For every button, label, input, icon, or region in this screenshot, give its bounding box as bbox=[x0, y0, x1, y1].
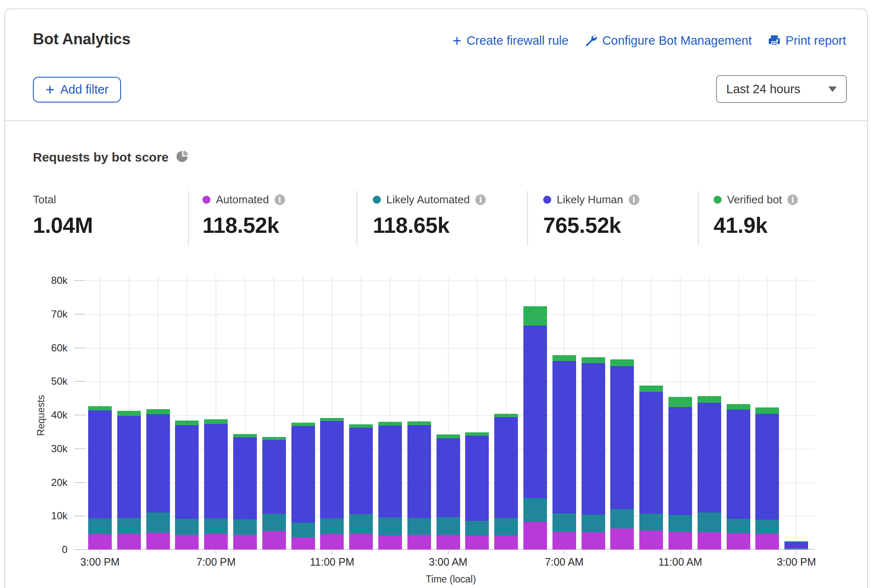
bar-segment[interactable] bbox=[610, 509, 634, 529]
bar-segment[interactable] bbox=[233, 535, 257, 550]
bar-segment[interactable] bbox=[146, 414, 170, 513]
bar-segment[interactable] bbox=[668, 515, 692, 532]
bar-segment[interactable] bbox=[582, 357, 605, 363]
bar-segment[interactable] bbox=[88, 534, 112, 550]
bar-segment[interactable] bbox=[117, 518, 141, 534]
bar-segment[interactable] bbox=[523, 522, 547, 550]
bar-segment[interactable] bbox=[146, 533, 170, 550]
bar-segment[interactable] bbox=[320, 534, 344, 550]
bar-segment[interactable] bbox=[204, 518, 228, 534]
bar-segment[interactable] bbox=[698, 532, 721, 550]
bar-segment[interactable] bbox=[552, 355, 576, 361]
bar-segment[interactable] bbox=[727, 410, 750, 518]
bar-segment[interactable] bbox=[117, 534, 141, 550]
bar-segment[interactable] bbox=[233, 437, 257, 520]
bar-segment[interactable] bbox=[610, 366, 634, 509]
bar-segment[interactable] bbox=[755, 414, 779, 520]
bar-segment[interactable] bbox=[407, 535, 431, 550]
bar-segment[interactable] bbox=[639, 531, 663, 550]
info-icon[interactable]: i bbox=[475, 194, 486, 205]
bar-segment[interactable] bbox=[582, 363, 605, 515]
bar-segment[interactable] bbox=[407, 421, 431, 425]
bar-segment[interactable] bbox=[436, 535, 460, 550]
bar-segment[interactable] bbox=[407, 518, 431, 535]
bar-segment[interactable] bbox=[465, 536, 489, 550]
bar-segment[interactable] bbox=[610, 359, 634, 366]
bar-segment[interactable] bbox=[262, 440, 286, 514]
bar-segment[interactable] bbox=[436, 434, 460, 438]
bar-segment[interactable] bbox=[378, 426, 402, 518]
bar-segment[interactable] bbox=[262, 531, 286, 550]
bar-segment[interactable] bbox=[117, 416, 141, 518]
print-report-link[interactable]: Print report bbox=[768, 34, 846, 48]
bar-segment[interactable] bbox=[233, 519, 257, 535]
bar-segment[interactable] bbox=[291, 537, 315, 550]
bar-segment[interactable] bbox=[320, 518, 344, 534]
info-icon[interactable]: i bbox=[275, 194, 285, 205]
bar-segment[interactable] bbox=[320, 418, 344, 421]
configure-bot-management-link[interactable]: Configure Bot Management bbox=[585, 34, 752, 48]
bar-segment[interactable] bbox=[494, 535, 518, 550]
bar-segment[interactable] bbox=[755, 520, 779, 534]
bar-segment[interactable] bbox=[639, 386, 663, 392]
bar-segment[interactable] bbox=[465, 436, 489, 521]
bar-segment[interactable] bbox=[291, 426, 315, 523]
bar-segment[interactable] bbox=[262, 437, 286, 440]
bar-segment[interactable] bbox=[349, 534, 373, 550]
bar-segment[interactable] bbox=[668, 407, 692, 515]
bar-segment[interactable] bbox=[668, 532, 692, 550]
bar-segment[interactable] bbox=[436, 517, 460, 535]
bar-segment[interactable] bbox=[378, 422, 402, 426]
bar-segment[interactable] bbox=[698, 396, 721, 402]
bar-segment[interactable] bbox=[407, 425, 431, 518]
bar-segment[interactable] bbox=[552, 532, 576, 550]
bar-segment[interactable] bbox=[639, 392, 663, 514]
bar-segment[interactable] bbox=[552, 513, 576, 532]
bar-segment[interactable] bbox=[784, 541, 808, 542]
bar-segment[interactable] bbox=[175, 519, 199, 534]
bar-segment[interactable] bbox=[784, 548, 808, 549]
bar-segment[interactable] bbox=[465, 521, 489, 535]
bar-segment[interactable] bbox=[698, 403, 721, 513]
bar-segment[interactable] bbox=[349, 424, 373, 428]
bar-segment[interactable] bbox=[88, 406, 112, 410]
bar-segment[interactable] bbox=[291, 423, 315, 426]
bar-segment[interactable] bbox=[668, 397, 692, 407]
bar-segment[interactable] bbox=[436, 438, 460, 517]
bar-segment[interactable] bbox=[523, 498, 547, 522]
bar-segment[interactable] bbox=[784, 549, 808, 550]
bar-segment[interactable] bbox=[320, 421, 344, 518]
bar-segment[interactable] bbox=[552, 361, 576, 513]
bar-segment[interactable] bbox=[755, 407, 779, 413]
bar-segment[interactable] bbox=[233, 434, 257, 437]
bar-segment[interactable] bbox=[523, 326, 547, 498]
bar-segment[interactable] bbox=[465, 432, 489, 436]
time-range-dropdown[interactable]: Last 24 hours bbox=[716, 75, 847, 103]
bar-segment[interactable] bbox=[349, 428, 373, 515]
bar-segment[interactable] bbox=[582, 532, 605, 550]
bar-segment[interactable] bbox=[204, 419, 228, 423]
bar-segment[interactable] bbox=[582, 515, 605, 532]
bar-segment[interactable] bbox=[146, 409, 170, 414]
bar-segment[interactable] bbox=[175, 535, 199, 550]
bar-segment[interactable] bbox=[146, 512, 170, 533]
bar-segment[interactable] bbox=[610, 529, 634, 550]
bar-segment[interactable] bbox=[639, 514, 663, 531]
bar-segment[interactable] bbox=[117, 411, 141, 415]
bar-segment[interactable] bbox=[291, 523, 315, 537]
bar-segment[interactable] bbox=[727, 404, 750, 410]
bar-segment[interactable] bbox=[175, 421, 199, 425]
bar-segment[interactable] bbox=[262, 514, 286, 531]
bar-segment[interactable] bbox=[378, 535, 402, 550]
info-icon[interactable]: i bbox=[787, 194, 798, 205]
bar-segment[interactable] bbox=[523, 306, 547, 325]
create-firewall-rule-link[interactable]: + Create firewall rule bbox=[453, 34, 569, 48]
bar-segment[interactable] bbox=[494, 417, 518, 518]
bar-segment[interactable] bbox=[755, 534, 779, 550]
bar-segment[interactable] bbox=[175, 425, 199, 519]
bar-segment[interactable] bbox=[727, 533, 750, 550]
bar-segment[interactable] bbox=[349, 514, 373, 534]
bar-segment[interactable] bbox=[204, 424, 228, 518]
bar-segment[interactable] bbox=[88, 410, 112, 518]
add-filter-button[interactable]: + Add filter bbox=[33, 77, 121, 102]
